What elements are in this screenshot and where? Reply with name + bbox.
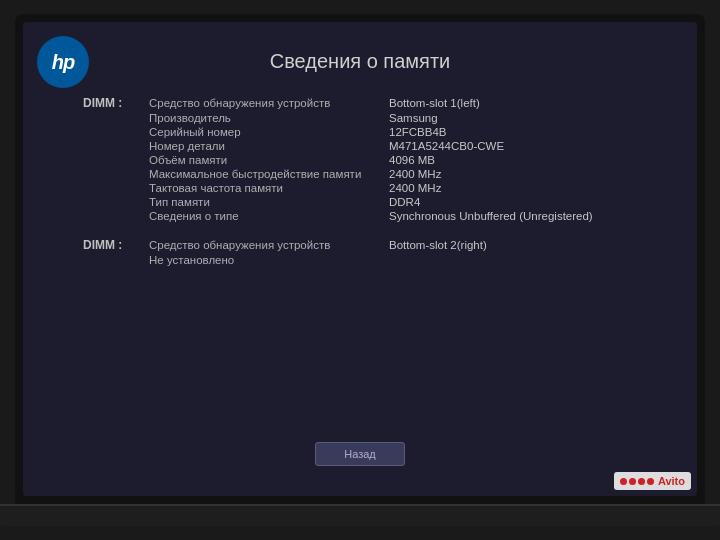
dimm2-label: DIMM : — [83, 238, 143, 252]
dimm1-row3-value: M471A5244CB0-CWE — [389, 140, 637, 152]
laptop-base — [0, 504, 720, 526]
dimm1-row6-value: 2400 MHz — [389, 182, 637, 194]
dimm2-header-row: DIMM : Средство обнаружения устройств Bo… — [83, 237, 637, 253]
dimm1-row2-value: 12FCBB4B — [389, 126, 637, 138]
dimm1-row5: Максимальное быстродействие памяти 2400 … — [149, 167, 637, 181]
avito-label: Avito — [658, 475, 685, 487]
dimm1-row7-label: Тип памяти — [149, 196, 389, 208]
dimm1-row5-label: Максимальное быстродействие памяти — [149, 168, 389, 180]
dimm1-row4: Объём памяти 4096 MB — [149, 153, 637, 167]
back-btn-area: Назад — [315, 442, 405, 466]
dimm1-row7-value: DDR4 — [389, 196, 637, 208]
outer-frame: hp Сведения о памяти DIMM : Средство обн… — [0, 0, 720, 540]
avito-dots-icon — [620, 478, 654, 485]
dimm2-not-installed-row: Не установлено — [149, 253, 637, 267]
dimm1-label: DIMM : — [83, 96, 143, 110]
dimm1-row5-value: 2400 MHz — [389, 168, 637, 180]
dimm1-row4-label: Объём памяти — [149, 154, 389, 166]
avito-dot-2 — [629, 478, 636, 485]
dimm2-section: DIMM : Средство обнаружения устройств Bo… — [83, 237, 637, 267]
dimm2-row0-label: Средство обнаружения устройств — [149, 239, 389, 251]
dimm1-row2: Серийный номер 12FCBB4B — [149, 125, 637, 139]
dimm2-row0-value: Bottom-slot 2(right) — [389, 239, 637, 251]
dimm1-row8-value: Synchronous Unbuffered (Unregistered) — [389, 210, 637, 222]
dimm1-row0-label: Средство обнаружения устройств — [149, 97, 389, 109]
dimm1-row1: Производитель Samsung — [149, 111, 637, 125]
dimm1-row1-value: Samsung — [389, 112, 637, 124]
dimm1-row7: Тип памяти DDR4 — [149, 195, 637, 209]
dimm1-header-row: DIMM : Средство обнаружения устройств Bo… — [83, 95, 637, 111]
dimm1-row3-label: Номер детали — [149, 140, 389, 152]
dimm1-row6-label: Тактовая частота памяти — [149, 182, 389, 194]
dimm1-row4-value: 4096 MB — [389, 154, 637, 166]
page-title: Сведения о памяти — [270, 50, 450, 73]
dimm2-not-installed: Не установлено — [149, 254, 234, 266]
avito-dot-1 — [620, 478, 627, 485]
laptop-bezel: hp Сведения о памяти DIMM : Средство обн… — [15, 14, 705, 504]
dimm1-row3: Номер детали M471A5244CB0-CWE — [149, 139, 637, 153]
dimm1-row6: Тактовая частота памяти 2400 MHz — [149, 181, 637, 195]
dimm1-row8-label: Сведения о типе — [149, 210, 389, 222]
dimm1-row8: Сведения о типе Synchronous Unbuffered (… — [149, 209, 637, 223]
hp-logo-area: hp — [33, 32, 93, 92]
hp-logo: hp — [37, 36, 89, 88]
dimm1-section: DIMM : Средство обнаружения устройств Bo… — [83, 95, 637, 223]
dimm1-row1-label: Производитель — [149, 112, 389, 124]
avito-dot-3 — [638, 478, 645, 485]
dimm1-row2-label: Серийный номер — [149, 126, 389, 138]
info-table: DIMM : Средство обнаружения устройств Bo… — [83, 95, 637, 281]
back-button[interactable]: Назад — [315, 442, 405, 466]
screen: hp Сведения о памяти DIMM : Средство обн… — [23, 22, 697, 496]
avito-dot-4 — [647, 478, 654, 485]
content-area: Сведения о памяти DIMM : Средство обнару… — [23, 22, 697, 496]
avito-watermark: Avito — [614, 472, 691, 490]
dimm1-row0-value: Bottom-slot 1(left) — [389, 97, 637, 109]
